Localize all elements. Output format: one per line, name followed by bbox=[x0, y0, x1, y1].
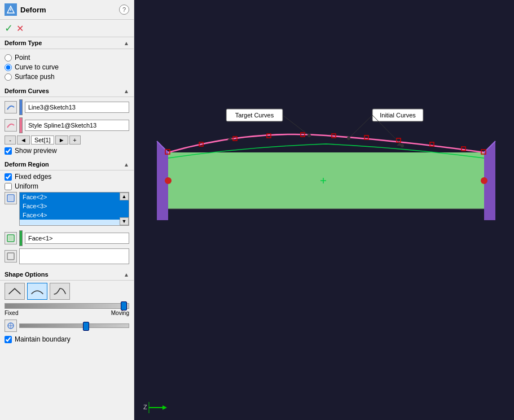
slider1-thumb[interactable] bbox=[121, 301, 127, 310]
panel-content: Deform Type ▲ Point Curve to curve Surfa… bbox=[0, 37, 134, 420]
panel-header: Deform ? bbox=[0, 0, 134, 20]
svg-point-27 bbox=[165, 177, 172, 184]
shape-options-content: Fixed Moving bbox=[0, 281, 134, 347]
shape-options-collapse-icon: ▲ bbox=[124, 272, 129, 278]
set-controls: - ◄ Set[1] ► + bbox=[5, 135, 129, 145]
face-single-color bbox=[19, 230, 23, 246]
fixed-edges-input[interactable] bbox=[5, 173, 12, 181]
curve-color-1 bbox=[19, 117, 23, 133]
face-single-row: Face<1> bbox=[5, 230, 129, 246]
fixed-edges-label: Fixed edges bbox=[15, 173, 51, 181]
shape-buttons-group bbox=[5, 283, 129, 300]
svg-text:Target Curves: Target Curves bbox=[235, 112, 274, 119]
svg-text:Initial Curves: Initial Curves bbox=[380, 112, 416, 119]
curve-field-0[interactable]: Line3@Sketch13 bbox=[25, 102, 129, 113]
toolbar-row: ✓ ✕ bbox=[0, 20, 134, 37]
deform-region-collapse-icon: ▲ bbox=[124, 161, 129, 168]
curves-list: Line3@Sketch13 Style Spline1@Sketch13 bbox=[5, 99, 129, 133]
radio-curve-to-curve[interactable]: Curve to curve bbox=[5, 63, 129, 71]
cancel-button[interactable]: ✕ bbox=[16, 23, 24, 34]
show-preview-input[interactable] bbox=[5, 147, 12, 155]
svg-point-32 bbox=[307, 134, 311, 137]
panel-header-left: Deform bbox=[5, 3, 46, 16]
deform-icon bbox=[5, 3, 17, 16]
deform-curves-section-header[interactable]: Deform Curves ▲ bbox=[0, 85, 134, 97]
slider1-left-label: Fixed bbox=[5, 310, 18, 316]
curve-icon-1[interactable] bbox=[5, 119, 17, 132]
slider2-track bbox=[19, 323, 129, 328]
set-arrow-right-btn[interactable]: ► bbox=[55, 135, 68, 145]
maintain-boundary-checkbox[interactable]: Maintain boundary bbox=[5, 335, 129, 343]
viewport-svg: Target Curves Initial Curves Z bbox=[134, 0, 514, 420]
face-empty-field[interactable] bbox=[19, 248, 129, 264]
shape-options-title: Shape Options bbox=[5, 271, 49, 278]
panel-title: Deform bbox=[20, 6, 46, 14]
face-item-2[interactable]: Face<4> bbox=[20, 211, 129, 220]
shape-options-section-header[interactable]: Shape Options ▲ bbox=[0, 269, 134, 281]
deform-type-section-header[interactable]: Deform Type ▲ bbox=[0, 37, 134, 49]
show-preview-label: Show preview bbox=[15, 147, 57, 155]
help-icon[interactable]: ? bbox=[119, 5, 129, 15]
slider2-container bbox=[19, 323, 129, 328]
accept-button[interactable]: ✓ bbox=[5, 22, 13, 34]
set-arrow-left-btn[interactable]: ◄ bbox=[17, 135, 30, 145]
shape-btn-stiff[interactable] bbox=[5, 283, 25, 300]
face-list-icon[interactable] bbox=[5, 192, 17, 204]
svg-rect-3 bbox=[8, 196, 13, 200]
uniform-input[interactable] bbox=[5, 183, 12, 190]
face-empty-row bbox=[5, 248, 129, 264]
deform-region-section-header[interactable]: Deform Region ▲ bbox=[0, 159, 134, 170]
viewport: Target Curves Initial Curves Z bbox=[134, 0, 514, 420]
svg-rect-5 bbox=[8, 236, 13, 240]
slider2-row bbox=[5, 320, 129, 332]
face-list-scroll: Face<2> Face<3> Face<4> bbox=[20, 193, 129, 220]
slider2-icon bbox=[5, 320, 17, 332]
deform-region-title: Deform Region bbox=[5, 161, 49, 168]
shape-btn-loose[interactable] bbox=[50, 283, 70, 300]
face-scroll-up-btn[interactable]: ▲ bbox=[120, 193, 129, 200]
slider2-thumb[interactable] bbox=[83, 322, 89, 331]
uniform-label: Uniform bbox=[15, 182, 38, 190]
face-single-icon[interactable] bbox=[5, 232, 17, 244]
slider1-container bbox=[5, 303, 129, 309]
set-minus-btn[interactable]: - bbox=[5, 135, 16, 145]
deform-type-radio-group: Point Curve to curve Surface push bbox=[5, 51, 129, 83]
svg-rect-6 bbox=[7, 253, 14, 260]
radio-surface-push-input[interactable] bbox=[5, 73, 12, 81]
face-list-inner: Face<2> Face<3> Face<4> ▲ ▼ bbox=[19, 192, 129, 226]
radio-point[interactable]: Point bbox=[5, 54, 129, 62]
curve-item-1: Style Spline1@Sketch13 bbox=[5, 117, 129, 133]
radio-curve-to-curve-label: Curve to curve bbox=[15, 63, 59, 71]
deform-curves-title: Deform Curves bbox=[5, 88, 49, 94]
face-single-field[interactable]: Face<1> bbox=[25, 233, 129, 244]
curve-icon-0[interactable] bbox=[5, 101, 17, 113]
svg-point-36 bbox=[347, 137, 350, 140]
radio-curve-to-curve-input[interactable] bbox=[5, 64, 12, 71]
radio-point-input[interactable] bbox=[5, 54, 12, 62]
deform-region-content: Fixed edges Uniform Face<2> bbox=[0, 170, 134, 269]
maintain-boundary-label: Maintain boundary bbox=[15, 335, 71, 343]
face-empty-icon[interactable] bbox=[5, 250, 17, 262]
face-item-0[interactable]: Face<2> bbox=[20, 193, 129, 202]
svg-point-38 bbox=[401, 144, 404, 147]
maintain-boundary-input[interactable] bbox=[5, 336, 12, 343]
face-scroll-down-btn[interactable]: ▼ bbox=[120, 217, 129, 225]
deform-type-content: Point Curve to curve Surface push bbox=[0, 49, 134, 85]
curve-field-1[interactable]: Style Spline1@Sketch13 bbox=[25, 120, 129, 131]
show-preview-checkbox[interactable]: Show preview bbox=[5, 147, 129, 155]
radio-surface-push[interactable]: Surface push bbox=[5, 73, 129, 81]
set-label: Set[1] bbox=[31, 135, 54, 145]
face-list-container: Face<2> Face<3> Face<4> ▲ ▼ bbox=[19, 192, 129, 228]
fixed-edges-checkbox[interactable]: Fixed edges bbox=[5, 173, 129, 181]
radio-surface-push-label: Surface push bbox=[15, 73, 55, 81]
face-list-row: Face<2> Face<3> Face<4> ▲ ▼ bbox=[5, 192, 129, 228]
deform-type-title: Deform Type bbox=[5, 40, 42, 46]
deform-type-collapse-icon: ▲ bbox=[124, 40, 129, 46]
set-plus-btn[interactable]: + bbox=[69, 135, 81, 145]
curve-color-0 bbox=[19, 99, 23, 115]
slider1-track bbox=[5, 303, 129, 309]
uniform-checkbox[interactable]: Uniform bbox=[5, 182, 129, 190]
shape-btn-normal[interactable] bbox=[27, 283, 47, 300]
svg-text:Z: Z bbox=[143, 404, 147, 410]
face-item-1[interactable]: Face<3> bbox=[20, 202, 129, 211]
